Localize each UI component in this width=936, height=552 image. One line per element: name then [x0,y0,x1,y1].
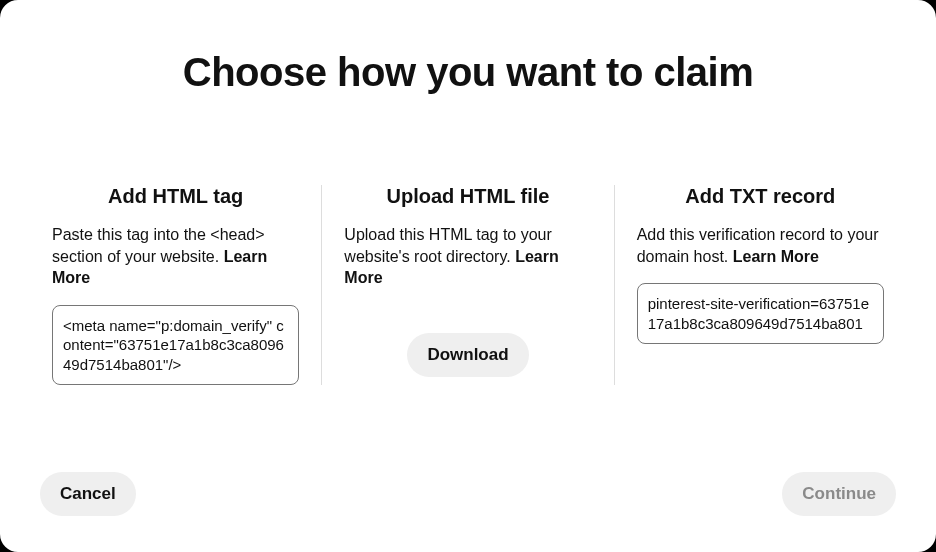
option-html-tag: Add HTML tag Paste this tag into the <he… [30,185,321,385]
txt-record-code-box[interactable]: pinterest-site-verification=63751e17a1b8… [637,283,884,344]
option-txt-description: Add this verification record to your dom… [637,224,884,267]
option-upload-heading: Upload HTML file [344,185,591,208]
option-html-tag-description: Paste this tag into the <head> section o… [52,224,299,289]
option-upload-file: Upload HTML file Upload this HTML tag to… [321,185,613,385]
cancel-button[interactable]: Cancel [40,472,136,516]
modal-footer: Cancel Continue [30,472,906,522]
option-txt-heading: Add TXT record [637,185,884,208]
continue-button[interactable]: Continue [782,472,896,516]
option-html-tag-heading: Add HTML tag [52,185,299,208]
claim-method-modal: Choose how you want to claim Add HTML ta… [0,0,936,552]
modal-title: Choose how you want to claim [30,50,906,95]
learn-more-link-txt[interactable]: Learn More [733,248,819,265]
option-txt-record: Add TXT record Add this verification rec… [614,185,906,385]
option-upload-description: Upload this HTML tag to your website's r… [344,224,591,289]
options-row: Add HTML tag Paste this tag into the <he… [30,185,906,385]
download-button[interactable]: Download [407,333,528,377]
html-tag-code-box[interactable]: <meta name="p:domain_verify" content="63… [52,305,299,386]
